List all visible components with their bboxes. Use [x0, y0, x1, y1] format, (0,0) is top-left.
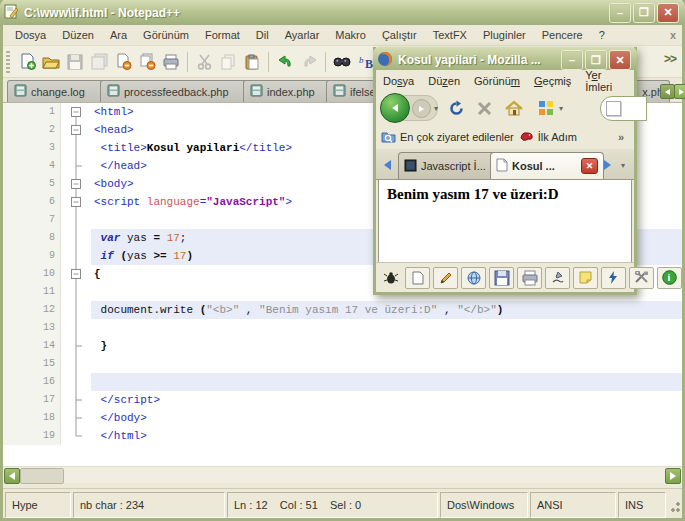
- reload-button[interactable]: [444, 96, 468, 120]
- firstrun-icon: [519, 130, 534, 144]
- ff-tab-Kosul----[interactable]: Kosul ...✕: [490, 152, 604, 179]
- npp-menu-ara[interactable]: Ara: [102, 27, 135, 43]
- bookmarks-overflow-chevron[interactable]: »: [618, 131, 624, 143]
- note-button[interactable]: [573, 267, 598, 289]
- save-button: [64, 51, 86, 73]
- quick-launch-caret[interactable]: ▾: [556, 96, 566, 120]
- status-encoding[interactable]: ANSI: [530, 492, 616, 518]
- stop-button[interactable]: [472, 96, 496, 120]
- tabbar-scroll-left-button[interactable]: [660, 84, 675, 99]
- open-folder-button[interactable]: [40, 51, 62, 73]
- npp-tab-processfeedback-php[interactable]: processfeedback.php: [100, 80, 254, 102]
- info-button[interactable]: i: [657, 267, 682, 289]
- print-button[interactable]: [160, 51, 182, 73]
- line-number: 13: [3, 319, 61, 337]
- code-line-12[interactable]: 12 document.write ("<b>" , "Benim yasım …: [3, 301, 682, 319]
- js-page-favicon: [404, 159, 417, 174]
- scroll-left-arrow[interactable]: [4, 468, 20, 484]
- fold-collapse-icon[interactable]: [61, 175, 91, 193]
- forward-button[interactable]: [412, 99, 431, 118]
- globe-button[interactable]: [461, 267, 486, 289]
- npp-menu-ayarlar[interactable]: Ayarlar: [277, 27, 328, 43]
- npp-menu-grnm[interactable]: Görünüm: [135, 27, 197, 43]
- fold-collapse-icon[interactable]: [61, 103, 91, 121]
- print-button[interactable]: [517, 267, 542, 289]
- code-line-13[interactable]: 13: [3, 319, 682, 337]
- npp-menu-dosya[interactable]: Dosya: [7, 27, 54, 43]
- back-button[interactable]: [380, 93, 410, 123]
- sign-button[interactable]: [545, 267, 570, 289]
- npp-close-button[interactable]: ✕: [657, 3, 679, 23]
- code-line-18[interactable]: 18 </body>: [3, 409, 682, 427]
- npp-menu-pluginler[interactable]: Pluginler: [475, 27, 534, 43]
- toolbar-overflow-chevron[interactable]: >>: [664, 52, 676, 66]
- npp-tab-change-log[interactable]: change.log: [7, 80, 111, 102]
- npp-menubar: DosyaDüzenAraGörünümFormatDilAyarlarMakr…: [3, 25, 682, 46]
- npp-titlebar[interactable]: C:\www\if.html - Notepad++ – ❐ ✕: [0, 0, 685, 25]
- undo-button[interactable]: [274, 51, 296, 73]
- pencil-button[interactable]: [433, 267, 458, 289]
- url-bar[interactable]: [600, 96, 647, 121]
- home-button[interactable]: [502, 96, 526, 120]
- status-insert-mode[interactable]: INS: [618, 492, 666, 518]
- line-number: 16: [3, 373, 61, 391]
- menubar-close-doc-icon[interactable]: x: [670, 29, 676, 41]
- find-button[interactable]: [331, 51, 353, 73]
- fold-collapse-icon[interactable]: [61, 121, 91, 139]
- ff-tab-Javascript-----[interactable]: Javascript İ...: [398, 152, 500, 179]
- scroll-right-arrow[interactable]: [665, 468, 681, 484]
- code-line-15[interactable]: 15: [3, 355, 682, 373]
- new-page-button[interactable]: [405, 267, 430, 289]
- tab-scroll-left-button[interactable]: [378, 156, 396, 174]
- npp-menu-?[interactable]: ?: [591, 27, 613, 43]
- npp-menu-textfx[interactable]: TextFX: [425, 27, 475, 43]
- bookmark-firstrun[interactable]: İlk Adım: [519, 130, 577, 144]
- tab-list-caret[interactable]: ▾: [618, 156, 628, 174]
- paste-button[interactable]: [241, 51, 263, 73]
- code-line-16[interactable]: 16: [3, 373, 682, 391]
- close-doc-button[interactable]: [112, 51, 134, 73]
- resize-grip[interactable]: [668, 492, 682, 518]
- forward-dropdown-caret[interactable]: ▾: [431, 96, 441, 120]
- quick-launch-button[interactable]: [534, 96, 558, 120]
- fold-collapse-icon[interactable]: [61, 265, 91, 283]
- ff-menu-gemi[interactable]: Geçmiş: [527, 73, 578, 89]
- bookmark-most-visited[interactable]: En çok ziyaret edilenler: [381, 130, 514, 145]
- line-number: 19: [3, 427, 61, 445]
- tools-button[interactable]: [629, 267, 654, 289]
- code-line-14[interactable]: 14 }: [3, 337, 682, 355]
- ff-menu-dosya[interactable]: Dosya: [376, 73, 421, 89]
- tabbar-scroll-right-button[interactable]: [674, 84, 685, 99]
- npp-tab-index-php[interactable]: index.php: [243, 80, 337, 102]
- fold-margin: [61, 355, 91, 373]
- fold-margin: [61, 373, 91, 391]
- bolt-button[interactable]: [601, 267, 626, 289]
- status-eol-format[interactable]: Dos\Windows: [440, 492, 528, 518]
- npp-menu-pencere[interactable]: Pencere: [534, 27, 591, 43]
- code-line-19[interactable]: 19 </html>: [3, 427, 682, 445]
- npp-maximize-button[interactable]: ❐: [633, 3, 655, 23]
- tab-close-button[interactable]: ✕: [581, 158, 598, 174]
- new-file-button[interactable]: [16, 51, 38, 73]
- close-all-docs-button[interactable]: [136, 51, 158, 73]
- fold-collapse-icon[interactable]: [61, 193, 91, 211]
- horizontal-scrollbar[interactable]: [3, 466, 682, 483]
- code-line-17[interactable]: 17 </script>: [3, 391, 682, 409]
- code-text: </script>: [91, 391, 682, 409]
- npp-menu-format[interactable]: Format: [197, 27, 248, 43]
- code-text: }: [91, 337, 682, 355]
- bug-button[interactable]: [379, 268, 402, 288]
- npp-menu-dil[interactable]: Dil: [248, 27, 277, 43]
- browser-page-content: Benim yasım 17 ve üzeri:D: [378, 179, 632, 273]
- npp-minimize-button[interactable]: –: [609, 3, 631, 23]
- code-text: [91, 373, 682, 391]
- ff-menu-grnm[interactable]: Görünüm: [467, 73, 527, 89]
- save-button[interactable]: [489, 267, 514, 289]
- npp-menu-altr[interactable]: Çalıştır: [374, 27, 425, 43]
- npp-menu-dzen[interactable]: Düzen: [54, 27, 102, 43]
- npp-menu-makro[interactable]: Makro: [327, 27, 374, 43]
- scrollbar-thumb[interactable]: [20, 468, 64, 484]
- fold-margin: [61, 301, 91, 319]
- ff-menu-dzen[interactable]: Düzen: [421, 73, 467, 89]
- code-text: </html>: [91, 427, 682, 445]
